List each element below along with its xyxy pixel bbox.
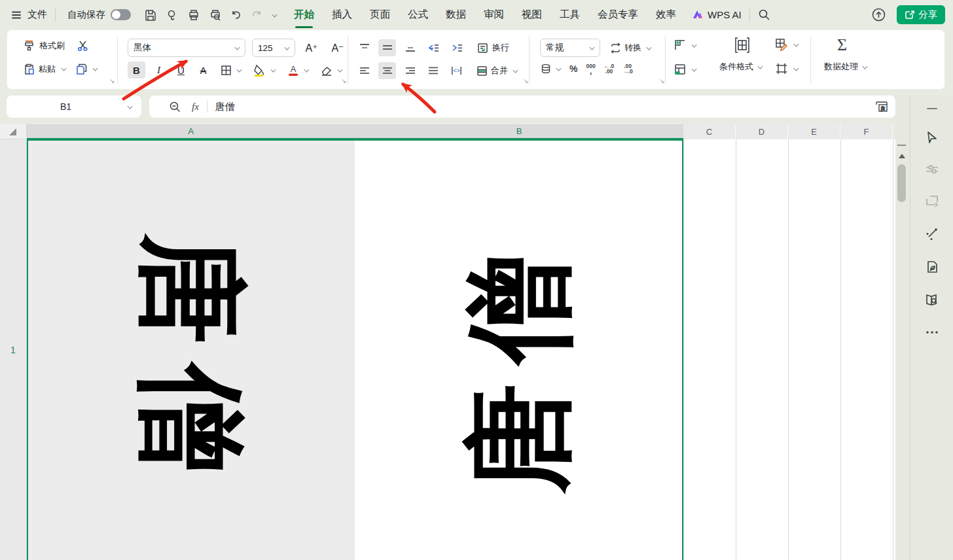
align-middle-button[interactable] <box>378 39 396 56</box>
number-format-combo[interactable]: 常规 <box>540 39 600 57</box>
tab-insert[interactable]: 插入 <box>332 8 352 22</box>
font-size-combo[interactable]: 125 <box>252 39 295 57</box>
cell-a1[interactable]: 唐僧 <box>27 141 355 560</box>
zoom-search-icon[interactable] <box>169 101 181 113</box>
chevron-down-icon[interactable] <box>758 63 763 69</box>
column-header-d[interactable]: D <box>736 124 788 139</box>
wrap-text-button[interactable]: 换行 <box>476 42 509 54</box>
column-header-a[interactable]: A <box>27 124 355 139</box>
font-family-combo[interactable]: 黑体 <box>128 39 245 57</box>
align-center-button[interactable] <box>378 62 396 79</box>
hamburger-menu-icon[interactable] <box>10 9 22 21</box>
select-cursor-icon[interactable] <box>923 128 941 147</box>
quickbar-chevron-down-icon[interactable] <box>272 12 278 18</box>
chevron-down-icon[interactable] <box>236 67 242 72</box>
merge-cells-button[interactable]: 合并 <box>476 65 518 77</box>
search-icon[interactable] <box>758 9 770 21</box>
formula-bar[interactable]: fx 唐僧 fx <box>149 96 895 118</box>
fill-color-button[interactable] <box>249 63 279 77</box>
convert-button[interactable]: 转换 <box>609 42 651 54</box>
wps-ai-button[interactable]: WPS AI <box>692 9 742 20</box>
tab-formula[interactable]: 公式 <box>408 8 428 22</box>
increase-font-button[interactable]: A⁺ <box>302 42 321 54</box>
column-header-e[interactable]: E <box>788 124 840 139</box>
chevron-down-icon[interactable] <box>692 66 697 71</box>
chevron-down-icon[interactable] <box>513 67 518 73</box>
font-color-button[interactable]: A <box>283 63 312 77</box>
export-pdf-icon[interactable] <box>166 9 179 22</box>
chevron-down-icon[interactable] <box>338 67 343 72</box>
conditional-format-button[interactable]: 条件格式 <box>719 61 763 73</box>
worksheet-button[interactable] <box>674 63 696 76</box>
magic-wand-icon[interactable] <box>923 224 941 243</box>
print-icon[interactable] <box>187 9 200 22</box>
tab-home[interactable]: 开始 <box>294 8 314 22</box>
alignment-dialog-launcher[interactable]: ↘ <box>523 77 528 84</box>
more-options-icon[interactable] <box>923 323 941 341</box>
chevron-down-icon[interactable] <box>270 67 276 72</box>
increase-indent-button[interactable] <box>448 39 466 56</box>
undo-icon[interactable] <box>230 9 242 21</box>
chevron-down-icon[interactable] <box>62 66 67 71</box>
underline-button[interactable]: U <box>172 61 190 79</box>
tab-tools[interactable]: 工具 <box>560 8 580 22</box>
chevron-down-icon[interactable] <box>794 65 799 71</box>
insert-cells-button[interactable] <box>674 39 696 52</box>
font-dialog-launcher[interactable]: ↘ <box>341 77 346 84</box>
eraser-button[interactable] <box>317 64 346 77</box>
table-style-button[interactable] <box>774 37 799 52</box>
tab-efficiency[interactable]: 效率 <box>656 8 676 22</box>
align-right-button[interactable] <box>401 62 419 79</box>
save-icon[interactable] <box>144 9 157 22</box>
thousands-separator-button[interactable]: 000 , <box>586 63 595 74</box>
collapse-sidebar-icon[interactable] <box>923 99 941 118</box>
column-header-b[interactable]: B <box>355 124 683 139</box>
decrease-decimal-button[interactable]: ←.0 .00 <box>604 63 615 74</box>
fx-icon[interactable]: fx <box>192 101 199 113</box>
justify-button[interactable] <box>424 62 442 79</box>
upload-cloud-icon[interactable] <box>871 7 886 22</box>
increase-decimal-button[interactable]: .00 →.0 <box>622 63 633 74</box>
cut-icon[interactable] <box>77 39 89 52</box>
chevron-down-icon[interactable] <box>692 42 697 47</box>
copy-button[interactable] <box>75 63 98 75</box>
chevron-down-icon[interactable] <box>794 41 799 46</box>
align-top-button[interactable] <box>355 39 373 56</box>
data-process-button[interactable]: 数据处理 <box>824 61 867 73</box>
distributed-button[interactable]: <> <box>447 62 465 79</box>
format-painter-button[interactable]: 格式刷 <box>23 39 65 52</box>
expand-formula-panel-icon[interactable]: fx <box>874 100 889 113</box>
scrollbar-collapse-icon[interactable] <box>897 145 906 146</box>
clipboard-dialog-launcher[interactable]: ↘ <box>109 77 115 84</box>
chevron-down-icon[interactable] <box>93 66 98 71</box>
tab-data[interactable]: 数据 <box>446 8 466 22</box>
paste-button[interactable]: 粘贴 <box>23 63 66 75</box>
column-header-c[interactable]: C <box>683 124 736 139</box>
align-left-button[interactable] <box>355 62 373 79</box>
tab-review[interactable]: 审阅 <box>484 8 504 22</box>
chevron-down-icon[interactable] <box>863 63 868 69</box>
chevron-down-icon[interactable] <box>128 103 133 109</box>
sum-icon[interactable]: Σ <box>837 35 847 55</box>
row-header-1[interactable]: 1 <box>0 139 27 560</box>
book-search-icon[interactable] <box>923 290 941 309</box>
eco-document-icon[interactable] <box>923 258 941 276</box>
cell-b1-active[interactable]: 唐僧 <box>355 141 683 560</box>
decrease-indent-button[interactable] <box>424 39 442 56</box>
vertical-scrollbar-thumb[interactable] <box>897 164 906 202</box>
currency-format-button[interactable] <box>540 63 561 75</box>
number-dialog-launcher[interactable]: ↘ <box>659 77 664 84</box>
decrease-font-button[interactable]: A⁻ <box>328 42 348 54</box>
conditional-format-icon[interactable] <box>732 35 752 55</box>
column-header-f[interactable]: F <box>840 124 893 139</box>
align-bottom-button[interactable] <box>401 39 419 56</box>
scroll-up-arrow-icon[interactable] <box>899 154 905 158</box>
italic-button[interactable]: I <box>150 61 168 79</box>
file-menu[interactable]: 文件 <box>27 9 47 21</box>
chevron-down-icon[interactable] <box>647 44 652 50</box>
name-box[interactable]: B1 <box>7 96 141 118</box>
print-preview-icon[interactable] <box>209 9 222 22</box>
share-button[interactable]: 分享 <box>897 5 945 24</box>
borders-button[interactable] <box>217 64 244 77</box>
cell-style-button[interactable] <box>774 61 799 76</box>
